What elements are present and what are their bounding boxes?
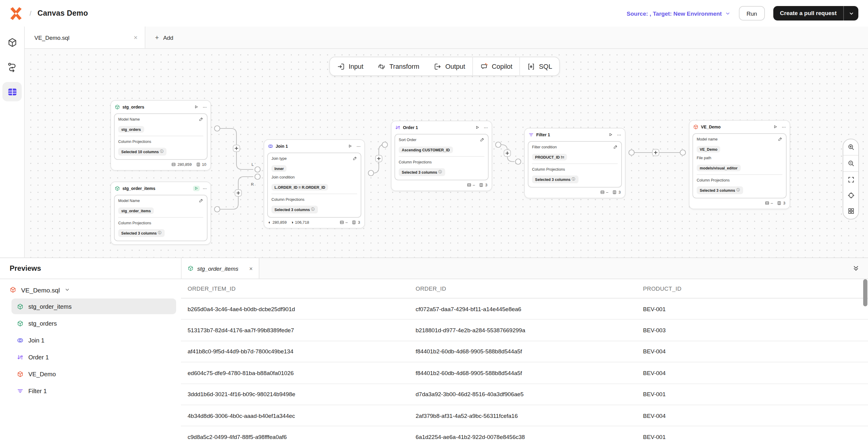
add-transform-node-button[interactable]: Transform (371, 57, 427, 75)
port-order-in[interactable] (382, 142, 388, 148)
column-projections-pill[interactable]: Selected 3 columnsⓘ (118, 229, 165, 237)
run-node-button[interactable] (772, 124, 779, 130)
column-projections-pill[interactable]: Selected 3 columnsⓘ (532, 176, 579, 183)
add-on-edge-button[interactable] (375, 155, 382, 162)
port-join-right-in[interactable] (255, 174, 260, 179)
node-menu-button[interactable]: ⋯ (617, 133, 621, 137)
table-cell: 6a1d2254-ae6a-41b2-922d-0078e8456c38 (415, 434, 643, 440)
port-stg-orders-out[interactable] (214, 126, 220, 131)
edit-icon[interactable] (614, 145, 618, 149)
column-projections-pill[interactable]: Selected 3 columnsⓘ (399, 168, 445, 176)
port-filter-in[interactable] (516, 159, 521, 164)
table-vertical-scrollbar[interactable] (863, 279, 867, 306)
file-path-pill[interactable]: models/visual_editor (697, 165, 740, 171)
double-chevron-down-icon (852, 265, 860, 272)
pull-request-menu-button[interactable] (844, 10, 858, 16)
table-row[interactable]: c9d8a5c2-0499-4fd7-88f5-a98fffea0af6 6a1… (181, 427, 868, 442)
environment-selector[interactable]: Source: , Target: New Environment (627, 10, 730, 17)
join-type-pill[interactable]: Inner (272, 165, 287, 172)
zoom-out-button[interactable] (843, 156, 858, 171)
node-menu-button[interactable]: ⋯ (356, 144, 361, 148)
edit-icon[interactable] (480, 137, 484, 142)
tree-item-order-1[interactable]: Order 1 (11, 349, 176, 365)
add-tab-button[interactable]: + Add (145, 27, 183, 48)
create-pull-request-button[interactable]: Create a pull request (773, 6, 858, 21)
zoom-in-button[interactable] (843, 139, 858, 155)
sql-button[interactable]: SQL (520, 57, 559, 75)
run-node-button[interactable] (347, 144, 353, 149)
tab-ve-demo-sql[interactable]: VE_Demo.sql × (25, 27, 145, 48)
cube-icon (10, 286, 16, 293)
port-ve-demo-in[interactable] (680, 150, 685, 155)
add-input-node-button[interactable]: Input (330, 57, 371, 75)
canvas-node-filter-1[interactable]: Filter 1 ⋯ Filter condition PRODUCT_ID !… (524, 128, 625, 198)
node-menu-button[interactable]: ⋯ (203, 186, 207, 191)
run-node-button[interactable] (193, 104, 200, 110)
tree-item-stg-orders[interactable]: stg_orders (11, 315, 176, 331)
filter-condition-pill[interactable]: PRODUCT_ID != (532, 154, 567, 160)
port-stg-order-items-out[interactable] (214, 207, 220, 212)
preview-data-table[interactable]: ORDER_ITEM_ID ORDER_ID PRODUCT_ID b265d0… (181, 279, 868, 442)
tree-item-stg-order-items[interactable]: stg_order_items (11, 298, 176, 314)
sort-order-pill[interactable]: Ascending CUSTOMER_ID (399, 147, 453, 153)
run-button[interactable]: Run (739, 6, 765, 21)
column-projections-pill[interactable]: Selected 3 columnsⓘ (272, 206, 318, 214)
add-on-edge-button[interactable] (652, 149, 659, 156)
close-icon[interactable]: × (249, 265, 253, 272)
rail-pipeline-button[interactable] (2, 57, 22, 76)
canvas-node-join-1[interactable]: Join 1 ⋯ Join type Inner Join condition … (264, 139, 365, 228)
column-header[interactable]: PRODUCT_ID (643, 285, 868, 292)
preview-tab-stg-order-items[interactable]: stg_order_items × (181, 258, 259, 279)
tree-item-join-1[interactable]: Join 1 (11, 332, 176, 348)
canvas-node-order-1[interactable]: Order 1 ⋯ Sort Order Ascending CUSTOMER_… (391, 121, 492, 191)
port-filter-out[interactable] (629, 150, 634, 155)
table-row[interactable]: 3ddd1b6d-3021-4f16-b09c-980214b9498e d7d… (181, 384, 868, 405)
model-name-pill[interactable]: stg_order_items (118, 208, 154, 214)
canvas-node-ve-demo[interactable]: VE_Demo ⋯ Model name VE_Demo File path m… (689, 120, 790, 209)
port-order-out[interactable] (496, 142, 501, 148)
table-row[interactable]: af41b8c0-9f5d-44d9-bb7d-7800c49be134 f84… (181, 341, 868, 363)
add-output-node-button[interactable]: Output (427, 57, 472, 75)
node-menu-button[interactable]: ⋯ (782, 125, 786, 129)
add-on-edge-button[interactable] (235, 190, 242, 196)
add-on-edge-button[interactable] (233, 145, 240, 152)
canvas-node-stg-order-items[interactable]: stg_order_items ⋯ Model Name stg_order_i… (111, 182, 211, 245)
node-menu-button[interactable]: ⋯ (203, 105, 207, 109)
port-join-left-in[interactable] (255, 167, 260, 172)
collapse-previews-button[interactable] (852, 258, 860, 279)
run-node-button[interactable] (608, 132, 614, 137)
edit-icon[interactable] (353, 156, 357, 160)
rail-models-button[interactable] (2, 33, 22, 52)
port-join-out[interactable] (368, 170, 374, 176)
model-name-pill[interactable]: VE_Demo (697, 146, 720, 153)
column-projections-pill[interactable]: Selected 3 columnsⓘ (697, 186, 743, 194)
copilot-button[interactable]: Copilot (473, 57, 520, 75)
fit-view-button[interactable] (843, 172, 858, 188)
tree-item-ve-demo[interactable]: VE_Demo (11, 366, 176, 382)
layout-grid-button[interactable] (843, 203, 858, 219)
table-row[interactable]: 513173b7-82d4-4176-aa7f-99b8389fede7 b21… (181, 320, 868, 341)
join-condition-pill[interactable]: L.ORDER_ID = R.ORDER_ID (272, 184, 328, 191)
center-view-button[interactable] (843, 188, 858, 203)
edit-icon[interactable] (199, 117, 203, 121)
edit-icon[interactable] (778, 137, 782, 141)
add-on-edge-button[interactable] (504, 150, 510, 156)
rail-table-preview-button[interactable] (2, 82, 22, 101)
close-icon[interactable]: × (134, 34, 137, 41)
top-header: / Canvas Demo Source: , Target: New Envi… (0, 0, 868, 27)
table-row[interactable]: b265d0a4-3c46-4ae4-b0db-dcbe25df901d cf0… (181, 298, 868, 320)
tree-item-filter-1[interactable]: Filter 1 (11, 383, 176, 399)
column-projections-pill[interactable]: Selected 10 columnsⓘ (118, 148, 167, 156)
brand-logo-icon[interactable] (8, 6, 24, 21)
edit-icon[interactable] (199, 198, 203, 202)
run-node-button[interactable] (193, 186, 200, 191)
column-header[interactable]: ORDER_ID (415, 285, 643, 292)
model-name-pill[interactable]: stg_orders (118, 126, 144, 133)
run-node-button[interactable] (474, 125, 481, 130)
table-row[interactable]: 4b34d8d6-3006-4b0c-aaad-b40ef1a344ec 2af… (181, 405, 868, 427)
node-menu-button[interactable]: ⋯ (484, 125, 488, 130)
canvas-node-stg-orders[interactable]: stg_orders ⋯ Model Name stg_orders Colum… (111, 100, 211, 170)
column-header[interactable]: ORDER_ITEM_ID (188, 285, 415, 292)
tree-root-ve-demo-sql[interactable]: VE_Demo.sql (0, 282, 181, 297)
table-row[interactable]: ed604c75-dfe9-4780-81ba-b88a0fa01026 f84… (181, 362, 868, 384)
